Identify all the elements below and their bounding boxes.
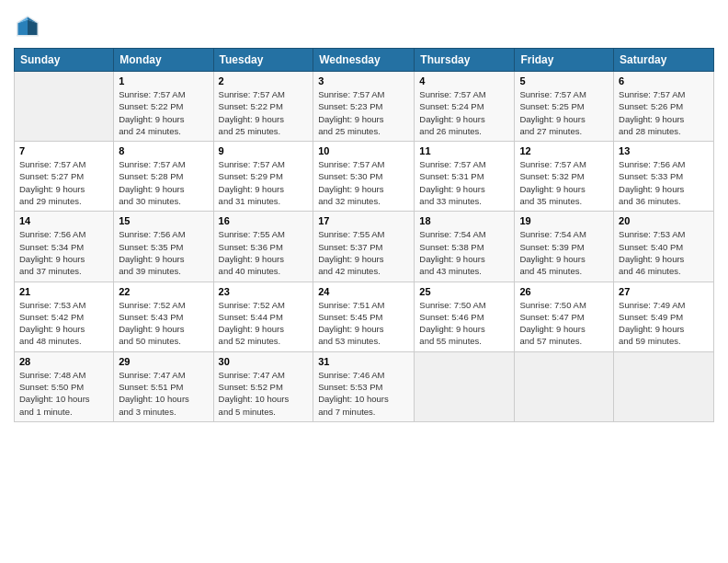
day-info: Sunrise: 7:57 AM Sunset: 5:23 PM Dayligh… xyxy=(318,88,409,137)
weekday-header-tuesday: Tuesday xyxy=(213,49,313,72)
day-number: 19 xyxy=(519,215,609,226)
calendar-cell: 13Sunrise: 7:56 AM Sunset: 5:33 PM Dayli… xyxy=(614,142,714,212)
day-number: 13 xyxy=(619,145,709,156)
calendar-cell xyxy=(515,351,614,421)
calendar-cell: 14Sunrise: 7:56 AM Sunset: 5:34 PM Dayli… xyxy=(15,212,114,282)
calendar-cell: 30Sunrise: 7:47 AM Sunset: 5:52 PM Dayli… xyxy=(213,351,313,421)
day-info: Sunrise: 7:53 AM Sunset: 5:40 PM Dayligh… xyxy=(619,228,709,277)
day-number: 29 xyxy=(119,356,208,367)
day-number: 30 xyxy=(219,356,309,367)
calendar-cell: 10Sunrise: 7:57 AM Sunset: 5:30 PM Dayli… xyxy=(313,142,415,212)
day-number: 31 xyxy=(318,356,409,367)
calendar-cell: 1Sunrise: 7:57 AM Sunset: 5:22 PM Daylig… xyxy=(114,72,213,142)
day-info: Sunrise: 7:57 AM Sunset: 5:24 PM Dayligh… xyxy=(419,88,509,137)
weekday-header-saturday: Saturday xyxy=(614,49,714,72)
weekday-header-thursday: Thursday xyxy=(415,49,515,72)
day-number: 14 xyxy=(19,215,108,226)
day-info: Sunrise: 7:48 AM Sunset: 5:50 PM Dayligh… xyxy=(19,369,108,418)
day-info: Sunrise: 7:47 AM Sunset: 5:52 PM Dayligh… xyxy=(219,369,309,418)
calendar-cell xyxy=(415,351,515,421)
day-number: 10 xyxy=(318,145,409,156)
day-number: 21 xyxy=(19,286,108,297)
day-number: 1 xyxy=(119,75,208,86)
day-info: Sunrise: 7:56 AM Sunset: 5:34 PM Dayligh… xyxy=(19,228,108,277)
calendar-table: SundayMondayTuesdayWednesdayThursdayFrid… xyxy=(14,48,714,422)
day-info: Sunrise: 7:50 AM Sunset: 5:47 PM Dayligh… xyxy=(519,299,609,348)
calendar-cell: 2Sunrise: 7:57 AM Sunset: 5:22 PM Daylig… xyxy=(213,72,313,142)
header xyxy=(14,9,714,40)
calendar-cell: 21Sunrise: 7:53 AM Sunset: 5:42 PM Dayli… xyxy=(15,282,114,351)
day-number: 23 xyxy=(219,286,309,297)
calendar-cell: 12Sunrise: 7:57 AM Sunset: 5:32 PM Dayli… xyxy=(515,142,614,212)
calendar-cell: 11Sunrise: 7:57 AM Sunset: 5:31 PM Dayli… xyxy=(415,142,515,212)
calendar-cell: 22Sunrise: 7:52 AM Sunset: 5:43 PM Dayli… xyxy=(114,282,213,351)
day-number: 26 xyxy=(519,286,609,297)
day-info: Sunrise: 7:57 AM Sunset: 5:22 PM Dayligh… xyxy=(119,88,208,137)
calendar-cell: 6Sunrise: 7:57 AM Sunset: 5:26 PM Daylig… xyxy=(614,72,714,142)
day-info: Sunrise: 7:56 AM Sunset: 5:33 PM Dayligh… xyxy=(619,158,709,207)
day-info: Sunrise: 7:57 AM Sunset: 5:28 PM Dayligh… xyxy=(119,158,208,207)
calendar-cell: 31Sunrise: 7:46 AM Sunset: 5:53 PM Dayli… xyxy=(313,351,415,421)
day-info: Sunrise: 7:57 AM Sunset: 5:22 PM Dayligh… xyxy=(219,88,309,137)
day-info: Sunrise: 7:55 AM Sunset: 5:36 PM Dayligh… xyxy=(219,228,309,277)
day-info: Sunrise: 7:52 AM Sunset: 5:43 PM Dayligh… xyxy=(119,299,208,348)
day-number: 27 xyxy=(619,286,709,297)
day-info: Sunrise: 7:57 AM Sunset: 5:27 PM Dayligh… xyxy=(19,158,108,207)
calendar-cell: 18Sunrise: 7:54 AM Sunset: 5:38 PM Dayli… xyxy=(415,212,515,282)
day-info: Sunrise: 7:51 AM Sunset: 5:45 PM Dayligh… xyxy=(318,299,409,348)
calendar-cell: 28Sunrise: 7:48 AM Sunset: 5:50 PM Dayli… xyxy=(15,351,114,421)
day-number: 4 xyxy=(419,75,509,86)
calendar-cell: 15Sunrise: 7:56 AM Sunset: 5:35 PM Dayli… xyxy=(114,212,213,282)
logo-icon xyxy=(14,13,41,40)
logo xyxy=(14,13,45,40)
day-info: Sunrise: 7:52 AM Sunset: 5:44 PM Dayligh… xyxy=(219,299,309,348)
day-info: Sunrise: 7:57 AM Sunset: 5:26 PM Dayligh… xyxy=(619,88,709,137)
day-info: Sunrise: 7:57 AM Sunset: 5:30 PM Dayligh… xyxy=(318,158,409,207)
day-info: Sunrise: 7:57 AM Sunset: 5:25 PM Dayligh… xyxy=(519,88,609,137)
day-number: 2 xyxy=(219,75,309,86)
page-container: SundayMondayTuesdayWednesdayThursdayFrid… xyxy=(0,0,728,431)
day-info: Sunrise: 7:54 AM Sunset: 5:38 PM Dayligh… xyxy=(419,228,509,277)
day-number: 20 xyxy=(619,215,709,226)
day-number: 5 xyxy=(519,75,609,86)
day-info: Sunrise: 7:49 AM Sunset: 5:49 PM Dayligh… xyxy=(619,299,709,348)
calendar-cell: 20Sunrise: 7:53 AM Sunset: 5:40 PM Dayli… xyxy=(614,212,714,282)
week-row-2: 7Sunrise: 7:57 AM Sunset: 5:27 PM Daylig… xyxy=(15,142,714,212)
weekday-header-monday: Monday xyxy=(114,49,213,72)
day-number: 12 xyxy=(519,145,609,156)
week-row-3: 14Sunrise: 7:56 AM Sunset: 5:34 PM Dayli… xyxy=(15,212,714,282)
calendar-cell: 8Sunrise: 7:57 AM Sunset: 5:28 PM Daylig… xyxy=(114,142,213,212)
weekday-header-row: SundayMondayTuesdayWednesdayThursdayFrid… xyxy=(15,49,714,72)
day-number: 11 xyxy=(419,145,509,156)
calendar-cell: 25Sunrise: 7:50 AM Sunset: 5:46 PM Dayli… xyxy=(415,282,515,351)
day-info: Sunrise: 7:50 AM Sunset: 5:46 PM Dayligh… xyxy=(419,299,509,348)
day-info: Sunrise: 7:53 AM Sunset: 5:42 PM Dayligh… xyxy=(19,299,108,348)
day-number: 7 xyxy=(19,145,108,156)
day-number: 9 xyxy=(219,145,309,156)
calendar-cell: 7Sunrise: 7:57 AM Sunset: 5:27 PM Daylig… xyxy=(15,142,114,212)
day-info: Sunrise: 7:57 AM Sunset: 5:29 PM Dayligh… xyxy=(219,158,309,207)
weekday-header-wednesday: Wednesday xyxy=(313,49,415,72)
calendar-cell xyxy=(614,351,714,421)
day-info: Sunrise: 7:57 AM Sunset: 5:32 PM Dayligh… xyxy=(519,158,609,207)
day-number: 15 xyxy=(119,215,208,226)
week-row-1: 1Sunrise: 7:57 AM Sunset: 5:22 PM Daylig… xyxy=(15,72,714,142)
day-number: 16 xyxy=(219,215,309,226)
day-number: 24 xyxy=(318,286,409,297)
calendar-cell: 23Sunrise: 7:52 AM Sunset: 5:44 PM Dayli… xyxy=(213,282,313,351)
calendar-cell: 9Sunrise: 7:57 AM Sunset: 5:29 PM Daylig… xyxy=(213,142,313,212)
weekday-header-friday: Friday xyxy=(515,49,614,72)
calendar-cell: 26Sunrise: 7:50 AM Sunset: 5:47 PM Dayli… xyxy=(515,282,614,351)
day-info: Sunrise: 7:56 AM Sunset: 5:35 PM Dayligh… xyxy=(119,228,208,277)
weekday-header-sunday: Sunday xyxy=(15,49,114,72)
day-number: 25 xyxy=(419,286,509,297)
day-info: Sunrise: 7:54 AM Sunset: 5:39 PM Dayligh… xyxy=(519,228,609,277)
calendar-cell: 5Sunrise: 7:57 AM Sunset: 5:25 PM Daylig… xyxy=(515,72,614,142)
calendar-cell: 16Sunrise: 7:55 AM Sunset: 5:36 PM Dayli… xyxy=(213,212,313,282)
day-number: 6 xyxy=(619,75,709,86)
calendar-cell: 4Sunrise: 7:57 AM Sunset: 5:24 PM Daylig… xyxy=(415,72,515,142)
week-row-4: 21Sunrise: 7:53 AM Sunset: 5:42 PM Dayli… xyxy=(15,282,714,351)
calendar-cell: 29Sunrise: 7:47 AM Sunset: 5:51 PM Dayli… xyxy=(114,351,213,421)
day-number: 3 xyxy=(318,75,409,86)
calendar-cell: 3Sunrise: 7:57 AM Sunset: 5:23 PM Daylig… xyxy=(313,72,415,142)
